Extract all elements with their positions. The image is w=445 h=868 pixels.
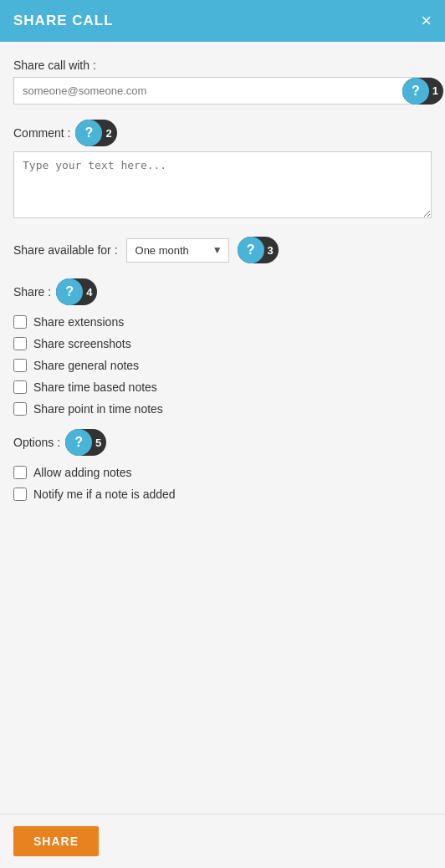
share-available-label: Share available for :: [13, 243, 118, 257]
share-label-row: Share : ? 4: [13, 278, 432, 305]
checkbox-notify-notes-input[interactable]: [13, 488, 27, 501]
checkbox-share-general-notes-input[interactable]: [13, 359, 27, 372]
checkbox-share-general-notes-label: Share general notes: [33, 359, 139, 372]
help-icon-5: ?: [65, 429, 92, 456]
checkbox-share-screenshots: Share screenshots: [13, 337, 432, 350]
checkbox-share-extensions: Share extensions: [13, 315, 432, 329]
help-icon-2: ?: [75, 120, 102, 146]
checkbox-share-time-notes: Share time based notes: [13, 380, 432, 394]
help-number-3: 3: [264, 244, 274, 257]
help-badge-3[interactable]: ? 3: [238, 237, 279, 263]
help-number-5: 5: [92, 437, 101, 449]
help-number-1: 1: [429, 84, 438, 97]
checkbox-share-general-notes: Share general notes: [13, 359, 432, 372]
checkbox-share-time-notes-input[interactable]: [13, 380, 27, 394]
checkbox-share-screenshots-input[interactable]: [13, 337, 27, 350]
share-available-row: Share available for : One month One week…: [13, 237, 432, 263]
checkbox-notify-notes-label: Notify me if a note is added: [33, 488, 176, 501]
checkbox-share-time-notes-label: Share time based notes: [33, 380, 157, 394]
options-label: Options :: [13, 436, 60, 449]
help-icon-4: ?: [56, 278, 83, 305]
checkbox-allow-notes-input[interactable]: [13, 466, 27, 479]
share-with-input-container: ? 1: [13, 77, 432, 105]
share-with-label: Share call with :: [13, 59, 432, 72]
checkbox-allow-notes-label: Allow adding notes: [33, 466, 132, 479]
comment-label-row: Comment : ? 2: [13, 120, 432, 146]
help-number-4: 4: [83, 286, 92, 299]
share-label: Share :: [13, 285, 51, 299]
checkbox-share-point-notes-input[interactable]: [13, 402, 27, 416]
close-button[interactable]: ×: [421, 12, 432, 30]
help-number-2: 2: [102, 127, 111, 140]
dialog-title: SHARE CALL: [13, 13, 114, 29]
checkbox-allow-notes: Allow adding notes: [13, 466, 432, 479]
options-label-row: Options : ? 5: [13, 429, 432, 456]
help-badge-4[interactable]: ? 4: [56, 278, 97, 305]
help-badge-1[interactable]: ? 1: [402, 78, 443, 105]
checkbox-share-point-notes: Share point in time notes: [13, 402, 432, 416]
share-call-dialog: SHARE CALL × Share call with : ? 1: [0, 0, 445, 868]
options-checkboxes-group: Allow adding notes Notify me if a note i…: [13, 466, 432, 501]
duration-select-wrapper: One month One week Two weeks Three month…: [126, 238, 229, 263]
help-icon-3: ?: [238, 237, 264, 263]
checkbox-share-extensions-input[interactable]: [13, 315, 27, 329]
checkbox-share-screenshots-label: Share screenshots: [33, 337, 131, 350]
help-badge-5[interactable]: ? 5: [65, 429, 106, 456]
duration-select[interactable]: One month One week Two weeks Three month…: [126, 238, 229, 263]
share-checkboxes-group: Share extensions Share screenshots Share…: [13, 315, 432, 416]
help-badge-2[interactable]: ? 2: [75, 120, 116, 146]
dialog-footer: SHARE: [0, 814, 445, 868]
share-button[interactable]: SHARE: [13, 826, 99, 856]
dialog-content: Share call with : ? 1 Comment : ? 2: [0, 42, 445, 814]
dialog-header: SHARE CALL ×: [0, 0, 445, 42]
share-with-row: Share call with : ? 1: [13, 59, 432, 105]
help-icon-1: ?: [402, 78, 429, 105]
comment-row: Comment : ? 2: [13, 120, 432, 222]
checkbox-share-point-notes-label: Share point in time notes: [33, 402, 163, 416]
comment-input[interactable]: [13, 151, 432, 218]
checkbox-notify-notes: Notify me if a note is added: [13, 488, 432, 501]
comment-label: Comment :: [13, 126, 70, 140]
share-with-input[interactable]: [13, 77, 432, 105]
checkbox-share-extensions-label: Share extensions: [33, 315, 124, 329]
